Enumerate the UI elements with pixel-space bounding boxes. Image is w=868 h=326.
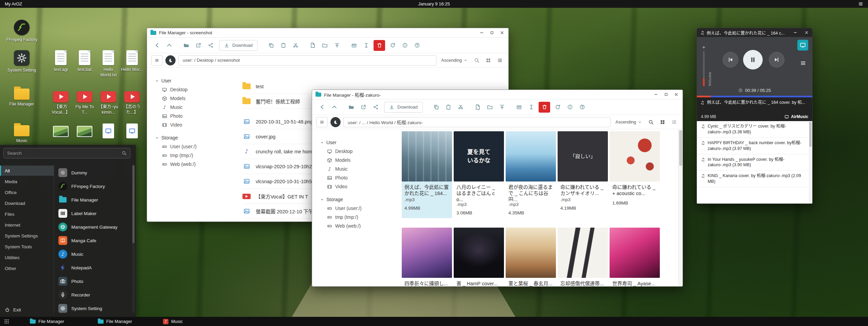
playlist-item[interactable]: ♫In Your Hands _ yusukeP cover. by 柘榴-za… [697, 154, 808, 171]
back-button[interactable] [316, 102, 328, 113]
rename-button[interactable] [360, 40, 372, 51]
category-system-tools[interactable]: System Tools [0, 242, 54, 252]
search-box[interactable] [3, 148, 130, 158]
category-files[interactable]: Files [0, 209, 54, 219]
file-tile[interactable]: 君が夜の海に還るまで _ こんにちは谷田... .mp3 4.35MB [506, 131, 556, 218]
category-other[interactable]: Other [0, 263, 54, 273]
delete-button[interactable] [539, 102, 550, 113]
app-item-photo[interactable]: Photo [56, 275, 130, 288]
desktop-file-icon[interactable]: 【東方Vocal...】 [50, 89, 72, 115]
desktop-icon-system-setting[interactable]: System Setting [6, 50, 37, 73]
category-internet[interactable]: Internet [0, 220, 54, 230]
cast-button[interactable] [797, 40, 808, 51]
app-item-ffmpeg-factory[interactable]: FFmpeg Factory [56, 180, 130, 193]
next-track-button[interactable] [769, 52, 784, 68]
download-button[interactable]: Download [384, 102, 423, 113]
sidebar-item-photo[interactable]: Photo [320, 173, 397, 182]
file-tile[interactable]: 四季折々に擡頭し... [402, 228, 452, 287]
desktop-file-icon[interactable] [50, 123, 72, 137]
desktop-icon-file-manager[interactable]: File Manager [6, 86, 37, 107]
maximize-button[interactable] [661, 91, 671, 99]
exit-button[interactable]: Exit [5, 307, 21, 312]
desktop-file-icon[interactable]: Fly Me To T... [73, 89, 96, 115]
app-item-notepada[interactable]: NotepadA [56, 261, 130, 274]
paste-button[interactable] [277, 40, 289, 51]
taskbar-item-music[interactable]: ♪ Music [160, 317, 186, 326]
desktop-icon-ffmpeg-factory[interactable]: FFmpeg Factory [6, 20, 37, 43]
up-button[interactable] [328, 102, 340, 113]
sidebar-item-user-drive[interactable]: User (user:/) [320, 204, 397, 213]
sidebar-item-user-drive[interactable]: User (user:/) [155, 142, 232, 151]
hamburger-menu-icon[interactable] [858, 1, 863, 6]
refresh-button[interactable] [387, 40, 398, 51]
back-button[interactable] [151, 40, 163, 51]
file-tile[interactable]: 夏を見て いるかな 八月のレイニー _ はるまきごはん co... .mp3 3… [454, 131, 504, 218]
list-view-button[interactable] [670, 118, 679, 127]
previous-track-button[interactable] [723, 52, 738, 68]
archive-button[interactable] [513, 102, 525, 113]
desktop-file-icon[interactable]: Hello Wor... [121, 50, 143, 73]
sidebar-item-music[interactable]: ♪Music [155, 103, 232, 112]
app-item-recorder[interactable]: Recorder [56, 288, 130, 301]
maximize-button[interactable] [487, 29, 497, 37]
copy-button[interactable] [265, 40, 277, 51]
app-item-label-maker[interactable]: Label Maker [56, 207, 130, 220]
close-button[interactable] [802, 29, 811, 36]
open-in-new-window-button[interactable] [358, 102, 369, 113]
new-folder-button[interactable] [484, 102, 495, 113]
category-media[interactable]: Media [0, 176, 54, 187]
minimize-button[interactable] [651, 91, 661, 99]
sidebar-item-models[interactable]: Models [155, 94, 232, 103]
sidebar-section-user[interactable]: User [155, 76, 232, 85]
close-button[interactable] [497, 29, 507, 37]
open-button[interactable] [345, 102, 357, 113]
app-item-file-manager[interactable]: File Manager [56, 193, 130, 206]
help-button[interactable] [411, 40, 423, 51]
file-tile[interactable]: 命に嫌われている _ + acoustic co... 1.69MB [610, 131, 660, 218]
scrollbar[interactable] [678, 129, 683, 286]
sidebar-item-tmp-drive[interactable]: tmp (tmp:/) [320, 213, 397, 222]
app-item-music[interactable]: ♪Music [56, 248, 130, 261]
sidebar-item-web-drive[interactable]: Web (web:/) [320, 222, 397, 230]
file-tile[interactable]: 害 _ HamP cover... [454, 228, 504, 287]
system-menu[interactable]: My ArOZ [5, 1, 22, 6]
file-tile[interactable]: 忘却感傷代償連帯... [558, 228, 608, 287]
app-launcher-button[interactable] [0, 317, 13, 326]
desktop-file-icon[interactable]: test.bat [73, 50, 96, 73]
playlist-item[interactable]: ♫KING _ Kanaria cover. by 柘榴-zakuro-.mp3… [697, 171, 808, 187]
path-input[interactable] [178, 55, 436, 65]
minimize-button[interactable] [476, 29, 487, 37]
window-titlebar[interactable]: File Manager - screenshot [147, 28, 508, 38]
app-item-manga-cafe[interactable]: Manga Cafe [56, 234, 130, 247]
upload-button[interactable] [496, 102, 508, 113]
open-in-new-window-button[interactable] [193, 40, 204, 51]
open-button[interactable] [180, 40, 192, 51]
sidebar-item-video[interactable]: Video [320, 182, 397, 191]
sidebar-item-music[interactable]: ♪Music [320, 165, 397, 173]
app-item-system-setting[interactable]: System Setting [56, 302, 130, 315]
category-all[interactable]: All [0, 166, 54, 176]
sidebar-item-video[interactable]: Video [155, 120, 232, 129]
sidebar-section-user[interactable]: User [320, 138, 397, 147]
new-folder-button[interactable] [319, 40, 330, 51]
desktop-file-icon[interactable] [121, 123, 143, 138]
delete-button[interactable] [374, 40, 385, 51]
path-input[interactable] [343, 117, 611, 127]
pause-button[interactable] [743, 50, 763, 70]
properties-button[interactable] [399, 40, 411, 51]
upload-button[interactable] [331, 40, 343, 51]
category-office[interactable]: Office [0, 187, 54, 197]
desktop-file-icon[interactable]: test.agi [50, 50, 72, 73]
app-item-dummy[interactable]: Dummy [56, 166, 130, 179]
share-button[interactable] [205, 40, 216, 51]
grid-view-button[interactable] [484, 56, 493, 65]
category-utilities[interactable]: Utilities [0, 252, 54, 263]
scrollbar-thumb[interactable] [132, 165, 134, 243]
sidebar-toggle-button[interactable] [316, 117, 328, 127]
search-button[interactable] [647, 118, 655, 127]
sidebar-section-storage[interactable]: Storage [155, 133, 232, 142]
category-system-settings[interactable]: System Settings [0, 231, 54, 241]
search-button[interactable] [472, 56, 481, 65]
minimize-button[interactable] [791, 29, 800, 36]
dark-mode-toggle[interactable] [330, 117, 341, 127]
